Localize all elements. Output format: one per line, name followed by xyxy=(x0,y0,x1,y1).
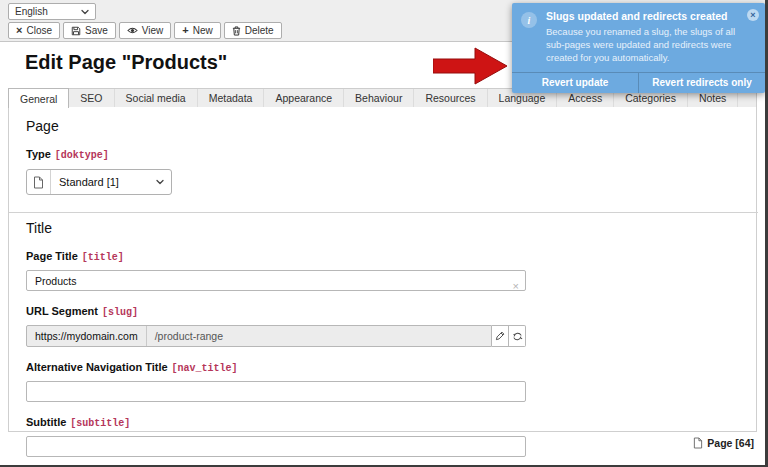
tab-content-general: Page Type[doktype] Standard [1] Title Pa… xyxy=(8,107,757,432)
page-doc-icon xyxy=(693,437,703,449)
page-doc-icon xyxy=(27,170,51,194)
chevron-down-icon xyxy=(156,179,171,185)
url-segment-input[interactable]: https://mydomain.com /product-range xyxy=(26,325,492,347)
refresh-icon xyxy=(512,331,523,342)
notification-slugs-updated: i Slugs updated and redirects created Be… xyxy=(512,3,765,93)
tca-key-slug: [slug] xyxy=(102,307,138,318)
red-arrow-annotation xyxy=(433,47,508,85)
tca-key-nav-title: [nav_title] xyxy=(172,363,238,374)
delete-button[interactable]: Delete xyxy=(224,22,282,39)
pencil-icon xyxy=(495,331,505,341)
field-label-subtitle: Subtitle[subtitle] xyxy=(26,416,756,429)
revert-redirects-only-button[interactable]: Revert redirects only xyxy=(638,73,765,93)
subtitle-input[interactable] xyxy=(26,436,526,457)
field-label-page-title: Page Title[title] xyxy=(26,250,756,263)
notification-text: Slugs updated and redirects created Beca… xyxy=(546,10,743,65)
language-select-value: English xyxy=(15,6,48,17)
eye-icon xyxy=(127,26,138,35)
type-select[interactable]: Standard [1] xyxy=(26,169,172,195)
save-icon xyxy=(71,26,81,36)
page-title: Edit Page "Products" xyxy=(25,51,227,74)
notification-actions: Revert update Revert redirects only xyxy=(512,72,765,93)
url-segment-prefix: https://mydomain.com xyxy=(27,326,147,346)
tab-seo[interactable]: SEO xyxy=(69,89,114,107)
field-label-type: Type[doktype] xyxy=(26,148,756,161)
tca-key-doktype: [doktype] xyxy=(55,150,109,161)
field-label-url-segment: URL Segment[slug] xyxy=(26,305,756,318)
type-select-value: Standard [1] xyxy=(51,176,119,188)
typo3-edit-page-screen: English × Close Save View xyxy=(0,0,768,467)
tab-resources[interactable]: Resources xyxy=(414,89,487,107)
section-heading-title: Title xyxy=(26,220,756,236)
clear-icon[interactable]: × xyxy=(513,281,519,292)
record-info-label: Page [64] xyxy=(707,437,754,449)
page-title-input-wrap: × xyxy=(26,270,526,291)
nav-title-input[interactable] xyxy=(26,381,526,402)
url-segment-value: /product-range xyxy=(147,330,223,342)
chevron-down-icon xyxy=(81,9,89,15)
trash-icon xyxy=(232,26,241,36)
close-icon: × xyxy=(16,25,22,36)
field-label-nav-title: Alternative Navigation Title[nav_title] xyxy=(26,361,756,374)
recalculate-slug-button[interactable] xyxy=(509,325,526,347)
close-icon[interactable]: × xyxy=(747,9,759,21)
tab-metadata[interactable]: Metadata xyxy=(198,89,265,107)
tab-appearance[interactable]: Appearance xyxy=(264,89,344,107)
language-select[interactable]: English xyxy=(8,3,96,20)
close-button[interactable]: × Close xyxy=(8,22,60,39)
notification-title: Slugs updated and redirects created xyxy=(546,10,743,23)
notification-body: Because you renamed a slug, the slugs of… xyxy=(546,26,743,64)
tab-general[interactable]: General xyxy=(8,88,69,108)
section-divider xyxy=(9,212,758,213)
info-icon: i xyxy=(521,12,537,28)
plus-icon: + xyxy=(182,25,188,36)
tca-key-subtitle: [subtitle] xyxy=(70,418,130,429)
tab-social-media[interactable]: Social media xyxy=(115,89,198,107)
page-title-input[interactable] xyxy=(26,270,526,291)
save-button[interactable]: Save xyxy=(63,22,116,39)
view-button[interactable]: View xyxy=(119,22,172,39)
url-segment-row: https://mydomain.com /product-range xyxy=(26,325,756,347)
section-heading-page: Page xyxy=(26,118,756,134)
toolbar: × Close Save View + New xyxy=(8,22,282,39)
new-button[interactable]: + New xyxy=(174,22,220,39)
tab-behaviour[interactable]: Behaviour xyxy=(344,89,414,107)
revert-update-button[interactable]: Revert update xyxy=(512,73,638,93)
tca-key-title: [title] xyxy=(82,252,124,263)
edit-slug-button[interactable] xyxy=(492,325,509,347)
notification-main: i Slugs updated and redirects created Be… xyxy=(512,3,765,72)
record-info: Page [64] xyxy=(693,437,754,449)
